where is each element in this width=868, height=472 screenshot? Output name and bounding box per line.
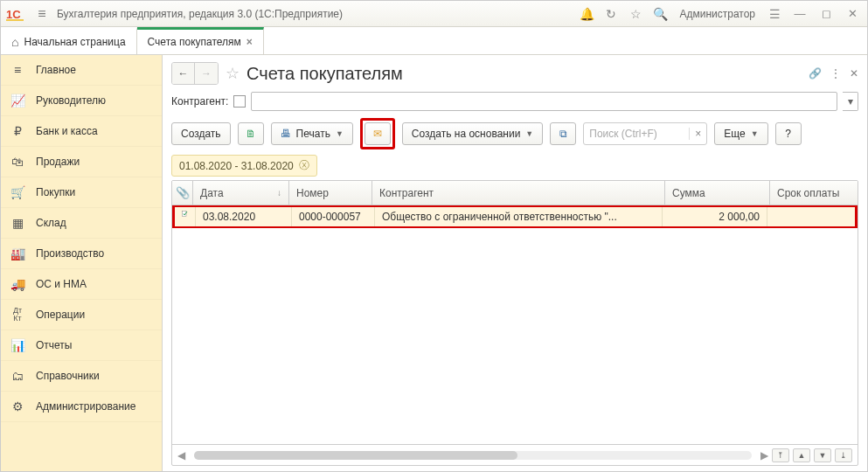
column-sum[interactable]: Сумма bbox=[665, 181, 770, 205]
dtkt-icon: ДтКт bbox=[10, 307, 25, 323]
paperclip-icon: 📎 bbox=[176, 186, 190, 199]
sidebar-item-warehouse[interactable]: ▦Склад bbox=[1, 208, 162, 239]
search-clear-icon[interactable]: × bbox=[689, 128, 706, 140]
column-attachment[interactable]: 📎 bbox=[172, 181, 193, 205]
bell-icon[interactable]: 🔔 bbox=[578, 7, 595, 21]
nav-forward-button[interactable]: → bbox=[195, 63, 218, 84]
bars-icon: 📊 bbox=[10, 338, 25, 352]
history-icon[interactable]: ↻ bbox=[602, 7, 620, 21]
page-title: Счета покупателям bbox=[247, 64, 802, 84]
favorite-star-icon[interactable]: ☆ bbox=[226, 64, 240, 83]
table-row[interactable]: 03.08.2020 0000-000057 Общество с ограни… bbox=[172, 205, 858, 228]
chevron-down-icon: ▼ bbox=[751, 129, 759, 138]
sidebar-item-label: Главное bbox=[36, 64, 76, 76]
help-button[interactable]: ? bbox=[775, 122, 802, 145]
email-button[interactable]: ✉ bbox=[365, 122, 391, 145]
sidebar-item-label: Администрирование bbox=[36, 400, 135, 413]
scroll-left-icon[interactable]: ◀ bbox=[177, 449, 185, 462]
more-button[interactable]: Еще▼ bbox=[714, 122, 767, 145]
svg-text:1С: 1С bbox=[6, 8, 21, 21]
column-contragent-label: Контрагент bbox=[379, 187, 434, 199]
create-based-on-button[interactable]: Создать на основании▼ bbox=[402, 122, 543, 145]
window-title: Бухгалтерия предприятия, редакция 3.0 (1… bbox=[57, 8, 343, 20]
sidebar-item-production[interactable]: 🏭Производство bbox=[1, 239, 162, 269]
grid-footer: ◀ ▶ ⤒ ▲ ▼ ⤓ bbox=[172, 444, 858, 465]
column-number[interactable]: Номер bbox=[289, 181, 372, 205]
more-vertical-icon[interactable]: ⋮ bbox=[830, 67, 841, 80]
star-icon[interactable]: ☆ bbox=[627, 7, 644, 21]
grid-header: 📎 Дата↓ Номер Контрагент Сумма Срок опла… bbox=[172, 181, 858, 205]
gear-icon: ⚙ bbox=[10, 399, 25, 413]
sidebar-item-sales[interactable]: 🛍Продажи bbox=[1, 147, 162, 177]
chart-icon: 📈 bbox=[10, 94, 25, 108]
more-button-label: Еще bbox=[724, 128, 745, 140]
document-posted-icon bbox=[182, 211, 188, 223]
sidebar-item-label: Склад bbox=[36, 217, 66, 229]
horizontal-scrollbar[interactable] bbox=[194, 451, 752, 460]
close-page-icon[interactable]: ✕ bbox=[850, 67, 858, 80]
tab-invoices[interactable]: Счета покупателям × bbox=[137, 27, 264, 54]
copy-icon: 🗎 bbox=[246, 128, 256, 140]
scroll-top-button[interactable]: ⤒ bbox=[772, 448, 789, 462]
sidebar-item-label: Продажи bbox=[36, 156, 80, 168]
sidebar-item-purchases[interactable]: 🛒Покупки bbox=[1, 177, 162, 208]
sort-desc-icon: ↓ bbox=[277, 188, 281, 198]
link-icon[interactable]: 🔗 bbox=[809, 67, 822, 80]
app-logo-icon: 1С bbox=[6, 7, 27, 21]
copy-button[interactable]: 🗎 bbox=[238, 122, 264, 145]
sidebar-item-main[interactable]: ≡Главное bbox=[1, 55, 162, 86]
column-contragent[interactable]: Контрагент bbox=[372, 181, 665, 205]
close-window-button[interactable]: ✕ bbox=[843, 7, 862, 20]
filter-contragent-dropdown[interactable]: ▾ bbox=[843, 92, 858, 111]
search-icon[interactable]: 🔍 bbox=[651, 7, 669, 21]
sidebar-item-manager[interactable]: 📈Руководителю bbox=[1, 86, 162, 116]
cell-number: 0000-000057 bbox=[292, 207, 375, 226]
minimize-button[interactable]: — bbox=[790, 7, 809, 20]
chip-clear-icon[interactable]: ⓧ bbox=[299, 158, 309, 173]
scroll-right-icon[interactable]: ▶ bbox=[760, 449, 768, 462]
settings-icon[interactable]: ☰ bbox=[766, 7, 783, 21]
sidebar-item-reports[interactable]: 📊Отчеты bbox=[1, 330, 162, 361]
svg-rect-1 bbox=[6, 19, 24, 21]
structure-button[interactable]: ⧉ bbox=[550, 122, 576, 145]
sidebar-item-label: Руководителю bbox=[36, 94, 106, 107]
column-due[interactable]: Срок оплаты bbox=[770, 181, 858, 205]
chevron-down-icon: ▼ bbox=[525, 129, 533, 138]
envelope-icon: ✉ bbox=[373, 128, 382, 140]
scroll-bottom-button[interactable]: ⤓ bbox=[835, 448, 852, 462]
scroll-down-button[interactable]: ▼ bbox=[814, 448, 831, 462]
title-bar: 1С ≡ Бухгалтерия предприятия, редакция 3… bbox=[1, 1, 867, 27]
create-button[interactable]: Создать bbox=[171, 122, 231, 145]
scroll-up-button[interactable]: ▲ bbox=[793, 448, 810, 462]
sidebar-item-bank[interactable]: ₽Банк и касса bbox=[1, 116, 162, 147]
search-input[interactable] bbox=[584, 128, 689, 140]
factory-icon: 🏭 bbox=[10, 246, 25, 260]
help-button-label: ? bbox=[785, 128, 791, 140]
documents-grid: 📎 Дата↓ Номер Контрагент Сумма Срок опла… bbox=[171, 180, 858, 466]
printer-icon: 🖶 bbox=[281, 128, 291, 140]
create-button-label: Создать bbox=[181, 128, 221, 140]
filter-contragent-label: Контрагент: bbox=[171, 95, 228, 108]
chevron-down-icon: ▼ bbox=[336, 129, 344, 138]
date-range-chip[interactable]: 01.08.2020 - 31.08.2020 ⓧ bbox=[171, 155, 317, 177]
sidebar-item-assets[interactable]: 🚚ОС и НМА bbox=[1, 269, 162, 300]
cell-sum: 2 000,00 bbox=[663, 207, 767, 226]
cell-date: 03.08.2020 bbox=[196, 207, 292, 226]
filter-contragent-checkbox[interactable] bbox=[233, 95, 246, 108]
structure-icon: ⧉ bbox=[559, 128, 567, 140]
column-date[interactable]: Дата↓ bbox=[193, 181, 289, 205]
maximize-button[interactable]: ◻ bbox=[816, 7, 836, 20]
tab-home[interactable]: ⌂ Начальная страница bbox=[1, 27, 137, 54]
sidebar-item-operations[interactable]: ДтКтОперации bbox=[1, 300, 162, 330]
sidebar-item-catalogs[interactable]: 🗂Справочники bbox=[1, 361, 162, 392]
list-icon: ≡ bbox=[10, 63, 25, 77]
sidebar-item-admin[interactable]: ⚙Администрирование bbox=[1, 392, 162, 422]
main-menu-icon[interactable]: ≡ bbox=[34, 6, 50, 22]
sidebar-item-label: Банк и касса bbox=[36, 125, 98, 137]
nav-back-button[interactable]: ← bbox=[172, 63, 195, 84]
print-button[interactable]: 🖶Печать▼ bbox=[271, 122, 353, 145]
close-tab-icon[interactable]: × bbox=[247, 36, 253, 48]
tab-home-label: Начальная страница bbox=[24, 36, 125, 48]
cart-icon: 🛒 bbox=[10, 185, 25, 199]
filter-contragent-input[interactable] bbox=[251, 92, 837, 111]
